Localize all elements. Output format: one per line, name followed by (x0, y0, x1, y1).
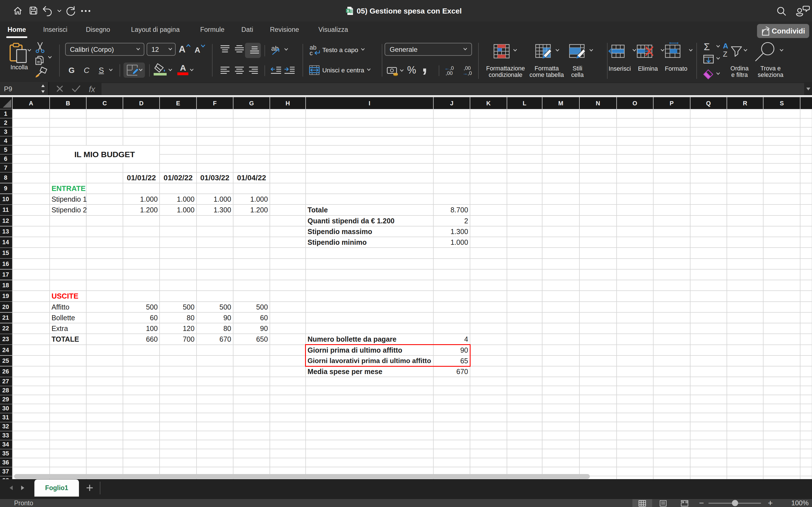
svg-text:X: X (347, 9, 349, 13)
